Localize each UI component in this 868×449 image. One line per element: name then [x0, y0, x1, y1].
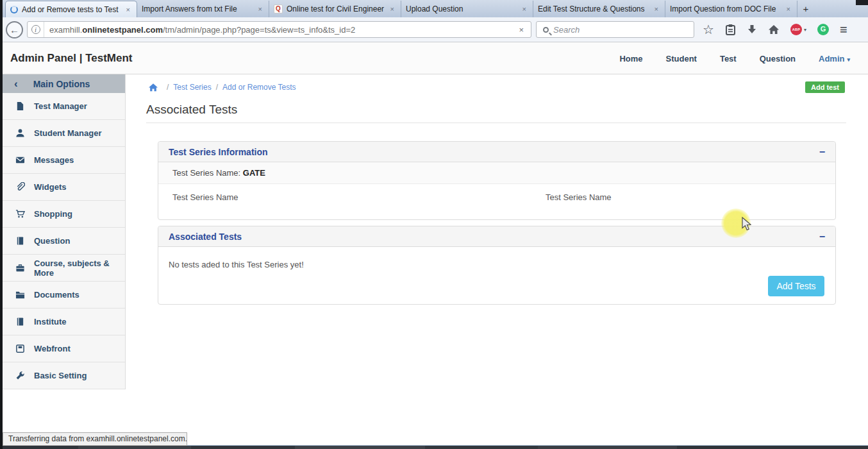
app-header: Admin Panel | TestMent Home Student Test…	[3, 42, 868, 74]
tab-upload-question[interactable]: Upload Question ×	[401, 1, 533, 17]
sidebar-item-documents[interactable]: Documents	[3, 282, 125, 309]
toolbar-icons: ☆ ABP ▾ G ≡	[703, 22, 858, 37]
tab-close-icon[interactable]: ×	[785, 5, 792, 13]
column-label-left: Test Series Name	[172, 192, 546, 219]
tab-online-test[interactable]: Q Online test for Civil Engineer ×	[269, 1, 401, 17]
breadcrumb-home-icon[interactable]	[149, 83, 158, 92]
chevron-down-icon: ▾	[847, 56, 850, 63]
page-title: Associated Tests	[146, 103, 237, 117]
bookmark-star-icon[interactable]: ☆	[703, 23, 714, 36]
tab-close-icon[interactable]: ×	[124, 6, 132, 13]
main-content: / Test Series / Add or Remove Tests Add …	[126, 74, 868, 445]
sidebar-item-course-subjects[interactable]: Course, subjects & More	[3, 255, 125, 282]
app-nav: Home Student Test Question Admin▾	[596, 42, 850, 74]
sidebar-item-question[interactable]: Question	[3, 228, 125, 255]
sidebar-item-widgets[interactable]: Widgets	[3, 174, 125, 201]
empty-message: No tests aded to this Test Series yet!	[158, 247, 835, 269]
tab-label: Import Question from DOC File	[670, 4, 785, 13]
folder-icon	[15, 290, 25, 300]
collapse-icon[interactable]: −	[819, 147, 825, 157]
sidebar-header[interactable]: ‹ Main Options	[3, 74, 125, 93]
breadcrumb-add-remove[interactable]: Add or Remove Tests	[222, 83, 296, 92]
wrench-icon	[15, 371, 25, 380]
nav-question[interactable]: Question	[760, 54, 796, 64]
tab-close-icon[interactable]: ×	[521, 5, 528, 13]
collapse-icon[interactable]: −	[819, 232, 825, 242]
panel-header: Test Series Information −	[158, 142, 835, 162]
column-label-right: Test Series Name	[546, 192, 612, 219]
sidebar-item-institute[interactable]: Institute	[3, 309, 125, 335]
tab-label: Edit Test Structure & Questions	[538, 4, 653, 13]
briefcase-icon	[15, 263, 25, 273]
chevron-left-icon: ‹	[14, 76, 18, 92]
site-info-icon[interactable]: i	[28, 22, 44, 37]
nav-test[interactable]: Test	[720, 54, 737, 64]
home-icon[interactable]	[768, 24, 780, 35]
tab-close-icon[interactable]: ×	[653, 5, 660, 13]
tab-label: Online test for Civil Engineer	[287, 4, 388, 13]
tab-import-question-doc[interactable]: Import Question from DOC File ×	[665, 1, 797, 17]
tab-import-answers[interactable]: Import Answers from txt File ×	[137, 1, 269, 17]
sidebar-item-basic-setting[interactable]: Basic Setting	[3, 362, 125, 389]
app-title: Admin Panel | TestMent	[10, 42, 133, 74]
tab-add-or-remove-tests[interactable]: Add or Remove tests to Test ×	[5, 1, 137, 17]
sidebar-item-messages[interactable]: Messages	[3, 147, 125, 174]
nav-home[interactable]: Home	[619, 54, 642, 64]
title-divider	[146, 123, 846, 123]
envelope-icon	[15, 155, 25, 165]
sidebar-item-student-manager[interactable]: Student Manager	[3, 120, 125, 147]
add-tests-button[interactable]: Add Tests	[768, 276, 824, 296]
grammarly-icon[interactable]: G	[817, 24, 829, 35]
tab-label: Add or Remove tests to Test	[22, 5, 124, 14]
search-input[interactable]	[553, 25, 694, 35]
downloads-icon[interactable]	[747, 24, 757, 35]
book-icon	[15, 236, 25, 246]
panel-title: Test Series Information	[169, 147, 819, 157]
breadcrumb: / Test Series / Add or Remove Tests	[149, 83, 296, 92]
screen-edge-left	[0, 0, 3, 449]
sidebar-title: Main Options	[33, 79, 90, 89]
sidebar-item-webfront[interactable]: Webfront	[3, 335, 125, 362]
add-test-button[interactable]: Add test	[805, 81, 845, 93]
cart-icon	[15, 209, 25, 219]
adblock-caret-icon: ▾	[804, 27, 806, 33]
test-series-name-value: GATE	[243, 168, 265, 178]
browser-tab-bar: Add or Remove tests to Test × Import Ans…	[0, 0, 868, 17]
stop-loading-icon[interactable]: ×	[512, 25, 531, 35]
loading-spinner-icon	[10, 6, 18, 13]
book-icon	[15, 317, 25, 326]
mouse-cursor	[742, 217, 751, 233]
tab-close-icon[interactable]: ×	[256, 5, 264, 13]
tab-edit-test-structure[interactable]: Edit Test Structure & Questions ×	[533, 1, 665, 17]
back-button[interactable]: ←	[6, 21, 23, 38]
person-icon	[15, 128, 25, 138]
panel-title: Associated Tests	[169, 232, 819, 242]
status-bar: Transferring data from examhill.onlinete…	[3, 432, 187, 446]
bookmarks-menu-icon[interactable]	[725, 24, 736, 36]
screen-corner-artifact	[856, 0, 868, 5]
sidebar-item-test-manager[interactable]: Test Manager	[3, 93, 125, 120]
nav-student[interactable]: Student	[666, 54, 697, 64]
tab-label: Upload Question	[406, 4, 521, 13]
sidebar: ‹ Main Options Test Manager Student Mana…	[3, 74, 126, 389]
tab-close-icon[interactable]: ×	[388, 5, 396, 13]
search-icon	[543, 27, 549, 33]
test-series-name-row: Test Series Name: GATE	[158, 162, 835, 184]
breadcrumb-test-series[interactable]: Test Series	[173, 83, 211, 92]
nav-admin-dropdown[interactable]: Admin▾	[819, 54, 850, 64]
address-bar[interactable]: i examhill.onlinetestpanel.com/tm/admin/…	[27, 21, 531, 38]
adblock-plus-icon[interactable]: ABP ▾	[790, 24, 806, 35]
paperclip-icon	[15, 182, 25, 192]
sidebar-item-shopping[interactable]: Shopping	[3, 201, 125, 228]
browser-toolbar: ← i examhill.onlinetestpanel.com/tm/admi…	[0, 17, 868, 42]
menu-hamburger-icon[interactable]: ≡	[840, 22, 847, 37]
new-tab-button[interactable]: +	[797, 1, 814, 17]
quora-favicon: Q	[274, 4, 283, 13]
search-bar[interactable]	[536, 21, 694, 38]
tab-label: Import Answers from txt File	[142, 4, 256, 13]
url-text: examhill.onlinetestpanel.com/tm/admin/pa…	[49, 25, 355, 35]
file-icon	[15, 101, 25, 111]
floppy-icon	[15, 344, 25, 353]
